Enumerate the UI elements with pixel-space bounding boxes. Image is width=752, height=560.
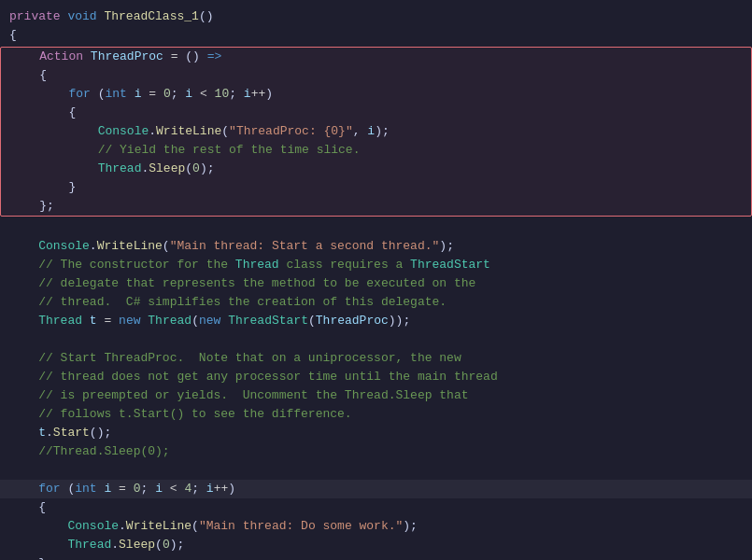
code-line: Thread.Sleep(0); <box>0 536 752 554</box>
code-line: { <box>1 66 751 85</box>
code-line: Action ThreadProc = () => <box>1 48 751 66</box>
code-line: t.Start(); <box>0 424 752 442</box>
code-line: Thread t = new Thread(new ThreadStart(Th… <box>0 312 752 330</box>
code-line: for (int i = 0; i < 10; i++) <box>1 85 751 104</box>
code-line: // follows t.Start() to see the differen… <box>0 405 752 424</box>
code-line: //Thread.Sleep(0); <box>0 442 752 461</box>
code-line: // thread. C# simplifies the creation of… <box>0 293 752 312</box>
code-line: { <box>0 498 752 517</box>
code-editor: private void ThreadClass_1() { Action Th… <box>0 0 752 560</box>
code-line: private void ThreadClass_1() <box>0 7 752 26</box>
code-line: // Yield the rest of the time slice. <box>1 141 751 160</box>
code-line <box>0 218 752 237</box>
code-line: Console.WriteLine("Main thread: Do some … <box>0 517 752 536</box>
highlighted-region: Action ThreadProc = () => { for (int i =… <box>0 47 752 217</box>
code-line: } <box>1 178 751 197</box>
code-line: } <box>0 554 752 560</box>
code-line: // thread does not get any processor tim… <box>0 368 752 386</box>
code-line <box>0 461 752 480</box>
code-line: }; <box>1 197 751 216</box>
code-line: Thread.Sleep(0); <box>1 160 751 178</box>
code-line: { <box>0 26 752 45</box>
code-line-current: for (int i = 0; i < 4; i++) <box>0 480 752 498</box>
code-line: { <box>1 104 751 122</box>
code-line <box>0 330 752 349</box>
code-line: // The constructor for the Thread class … <box>0 256 752 274</box>
code-line: // is preempted or yields. Uncomment the… <box>0 386 752 405</box>
code-line: // Start ThreadProc. Note that on a unip… <box>0 349 752 368</box>
code-line: Console.WriteLine("ThreadProc: {0}", i); <box>1 122 751 141</box>
code-line: Console.WriteLine("Main thread: Start a … <box>0 237 752 256</box>
code-line: // delegate that represents the method t… <box>0 274 752 293</box>
